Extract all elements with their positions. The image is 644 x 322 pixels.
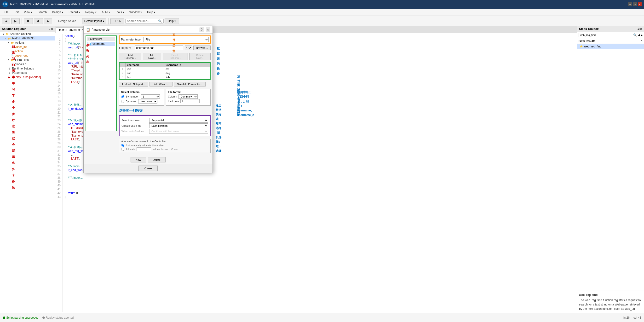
tree-action[interactable]: 📄 Action <box>0 49 55 54</box>
steps-nav-back[interactable]: ◀ <box>638 34 640 37</box>
simulate-param-button[interactable]: Simulate Parameter... <box>174 82 206 86</box>
record-stop-button[interactable]: ⏹ <box>24 18 33 24</box>
close-button[interactable]: ✕ <box>638 2 642 6</box>
delete-row-button[interactable]: Delete Row... <box>189 53 210 60</box>
search-input[interactable] <box>127 20 158 23</box>
layout-dropdown[interactable]: Default layout ▾ <box>82 18 106 24</box>
row-2-col2[interactable]: dog <box>164 71 210 75</box>
by-number-row: By number: 1 <box>121 94 162 99</box>
search-icon[interactable]: 🔍 <box>158 20 162 23</box>
play-button[interactable]: ▶ <box>44 18 52 24</box>
row-3-col1[interactable]: two <box>126 75 164 79</box>
steps-desc-text: The web_reg_find function registers a re… <box>579 298 642 311</box>
when-out-label: When out of values: <box>122 130 148 133</box>
dialog-help-button[interactable]: ? <box>200 28 204 32</box>
filepath-input[interactable] <box>135 46 183 50</box>
help-button[interactable]: Help ▾ <box>164 18 179 24</box>
menu-item-edit[interactable]: Edit <box>11 10 21 15</box>
delete-button[interactable]: Delete <box>148 157 166 162</box>
hpln-button[interactable]: HPLN <box>110 18 124 24</box>
by-number-radio[interactable] <box>121 95 124 98</box>
steps-nav-forward[interactable]: ▶ <box>641 34 642 37</box>
minimize-button[interactable]: − <box>628 2 632 6</box>
browse-button[interactable]: Browse... <box>193 46 210 50</box>
controller-section: Allocate Vuser values in the Controller … <box>119 139 210 153</box>
steps-result-web-reg-find[interactable]: ⚡ web_reg_find <box>577 44 644 49</box>
add-row-button[interactable]: Add Row... <box>143 53 161 60</box>
file-format-section: File format Column Comma ▾ First data <box>166 89 210 106</box>
menu-item-design[interactable]: Design ▾ <box>50 10 66 15</box>
restore-button[interactable]: □ <box>633 2 637 6</box>
menu-bar: FileEditView ▾SearchDesign ▾Record ▾Repl… <box>0 8 644 16</box>
menu-item-help[interactable]: Help ▾ <box>145 10 158 15</box>
param-item-username[interactable]: 📊 username <box>87 42 115 46</box>
tree-vuser-init[interactable]: 📄 vuser_init <box>0 45 55 49</box>
by-name-radio[interactable] <box>121 100 124 103</box>
row-2-col1[interactable]: one <box>126 71 164 75</box>
delete-column-button[interactable]: Delete Column... <box>163 53 188 60</box>
tree-actions[interactable]: ▼ 📂 Actions <box>0 40 55 45</box>
table-row[interactable]: 2 one dog <box>120 71 210 75</box>
menu-item-alm[interactable]: ALM ▾ <box>100 10 112 15</box>
row-3-col2[interactable]: fish <box>164 75 210 79</box>
tree-test01[interactable]: ▼ 📂 test01_20230630 <box>0 36 55 40</box>
param-type-select[interactable]: File <box>143 37 209 42</box>
steps-search-input[interactable] <box>578 33 632 37</box>
data-wizard-button[interactable]: Data Wizard... <box>150 82 172 86</box>
by-name-row: By name: username <box>121 99 162 104</box>
tree-extra-files[interactable]: ▼ 📂 Extra Files <box>0 58 55 62</box>
auto-allocate-radio[interactable] <box>121 144 124 147</box>
tree-vuser-end[interactable]: 📄 vuser_end <box>0 54 55 58</box>
tree-globals[interactable]: 📄 globals.h <box>0 62 55 66</box>
select-column-section: Select Column By number: 1 By name: <box>119 89 164 106</box>
column-format-select[interactable]: Comma ▾ <box>178 94 198 99</box>
forward-button[interactable]: ▶ <box>11 18 20 24</box>
steps-toolbox-controls: ◀ ✕ <box>637 28 642 31</box>
menu-item-search[interactable]: Search <box>35 10 49 15</box>
replay-status: Replay status aborted <box>42 316 74 319</box>
table-header-username: username <box>126 63 164 67</box>
first-data-label: First data <box>168 100 179 102</box>
dialog-close-button[interactable]: ✕ <box>206 28 210 32</box>
add-column-button[interactable]: Add Column... <box>119 53 141 60</box>
select-column-title: Select Column <box>121 90 162 94</box>
steps-search-icon[interactable]: 🔍 <box>633 33 637 37</box>
table-row[interactable]: 3 two fish <box>120 75 210 79</box>
by-name-select[interactable]: username <box>138 99 158 104</box>
auto-allocate-label: Automatically allocate block size <box>126 144 164 147</box>
menu-item-window[interactable]: Window ▾ <box>127 10 144 15</box>
select-next-row-select[interactable]: Sequential <box>149 118 208 123</box>
row-1-col1[interactable]: jojo <box>126 67 164 71</box>
when-out-select[interactable]: Continue with last value <box>149 129 208 134</box>
menu-item-view[interactable]: View ▾ <box>22 10 35 15</box>
solution-explorer-panel: Solution Explorer ▸ ✕ ▶ 📁 Solution Untit… <box>0 26 55 313</box>
record-button[interactable]: ⏺ <box>34 18 43 24</box>
menu-item-record[interactable]: Record ▾ <box>66 10 82 15</box>
new-delete-row: New Delete <box>84 156 212 164</box>
filter-collapse-icon[interactable]: ✕ <box>640 39 642 42</box>
tree-parameters[interactable]: ⚙ Parameters <box>0 71 55 75</box>
first-data-input[interactable] <box>180 99 200 103</box>
status-bar: Script parsing succeeded Replay status a… <box>0 313 644 322</box>
new-button[interactable]: New <box>130 157 146 162</box>
allocate-radio[interactable] <box>121 148 124 151</box>
parameter-list-dialog[interactable]: 📋 Parameter List ? ✕ Parameters 📊 userna… <box>84 26 213 173</box>
tree-solution-untitled[interactable]: ▶ 📁 Solution Untitled <box>0 32 55 36</box>
by-number-select[interactable]: 1 <box>141 94 160 99</box>
solution-tree: ▶ 📁 Solution Untitled ▼ 📂 test01_2023063… <box>0 32 55 79</box>
tree-runtime-settings[interactable]: ⚙ Runtime Settings <box>0 66 55 71</box>
edit-notepad-button[interactable]: Edit with Notepad... <box>119 82 148 86</box>
tree-replay-runs[interactable]: ▶ Replay Runs [Aborted] <box>0 75 55 79</box>
update-value-row: Update value on: Each iteration <box>122 124 208 128</box>
allocate-values-input[interactable] <box>136 147 151 151</box>
filepath-select[interactable]: ▾ <box>185 46 192 50</box>
menu-item-tools[interactable]: Tools ▾ <box>113 10 126 15</box>
row-1-col2[interactable]: cat <box>164 67 210 71</box>
menu-item-replay[interactable]: Replay ▾ <box>83 10 99 15</box>
close-dialog-button[interactable]: Close <box>138 166 158 171</box>
back-button[interactable]: ◀ <box>2 18 10 24</box>
menu-item-file[interactable]: File <box>2 10 11 15</box>
table-row[interactable]: 1 jojo cat <box>120 67 210 71</box>
update-value-select[interactable]: Each iteration <box>149 124 208 128</box>
allocate-row: Allocate values for each Vuser <box>121 147 208 151</box>
